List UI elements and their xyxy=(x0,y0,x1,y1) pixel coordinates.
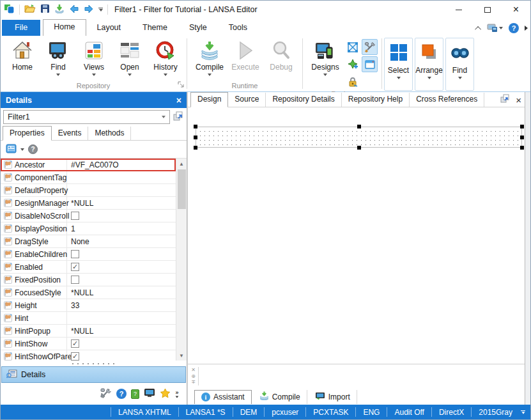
statusbar-item[interactable]: DirectX xyxy=(431,407,471,417)
categorized-list-icon[interactable] xyxy=(6,144,17,155)
dialog-launcher-icon[interactable] xyxy=(178,81,184,89)
property-row[interactable]: DragStyleNone xyxy=(1,235,176,248)
menu-tab-theme[interactable]: Theme xyxy=(132,20,178,36)
ribbon-button-views[interactable]: Views xyxy=(76,38,112,76)
checkbox[interactable] xyxy=(71,250,79,258)
property-row[interactable]: FocusedStyle*NULL xyxy=(1,286,176,299)
ribbon-button-history[interactable]: History xyxy=(148,38,183,76)
property-value[interactable] xyxy=(67,184,176,196)
details-bottom-tab[interactable]: Details xyxy=(1,366,186,383)
ribbon-button-select[interactable]: Select xyxy=(384,38,413,91)
ribbon-button-find-design[interactable]: Find xyxy=(445,38,474,91)
resize-handle[interactable] xyxy=(194,136,197,139)
property-row[interactable]: Ancestor#VF_AC007O xyxy=(1,159,176,171)
details-tab-events[interactable]: Events xyxy=(52,127,89,140)
property-row[interactable]: HintShowOfParent✓ xyxy=(1,350,176,361)
ribbon-button-home[interactable]: Home xyxy=(4,38,40,72)
minimize-button[interactable] xyxy=(444,1,473,19)
property-row[interactable]: DesignManager*NULL xyxy=(1,197,176,210)
expand-icon[interactable] xyxy=(525,26,528,31)
design-canvas[interactable] xyxy=(188,107,525,364)
checkbox[interactable]: ✓ xyxy=(71,339,79,348)
check-in-icon[interactable] xyxy=(54,4,65,15)
document-tab-design[interactable]: Design xyxy=(190,92,228,107)
save-icon[interactable] xyxy=(40,4,50,15)
help-icon[interactable]: ? xyxy=(509,23,519,33)
property-row[interactable]: DefaultProperty xyxy=(1,184,176,197)
ribbon-button-designs[interactable]: Designs xyxy=(307,38,343,76)
resize-handle[interactable] xyxy=(520,146,524,150)
close-icon[interactable]: × xyxy=(516,95,521,105)
property-value[interactable] xyxy=(67,274,176,286)
horizontal-splitter[interactable] xyxy=(1,361,187,366)
property-value[interactable]: 33 xyxy=(67,299,176,311)
menu-tab-home[interactable]: Home xyxy=(43,19,86,36)
statusbar-caret-icon[interactable] xyxy=(519,410,530,414)
checkbox[interactable]: ✓ xyxy=(71,263,79,271)
dropdown-caret-icon[interactable] xyxy=(20,148,24,151)
maximize-button[interactable] xyxy=(473,1,502,19)
resize-handle[interactable] xyxy=(520,125,524,128)
tab-assistant[interactable]: i Assistant xyxy=(194,390,252,404)
guide-book-icon[interactable]: ? xyxy=(131,389,139,399)
scroll-up-icon[interactable]: ▲ xyxy=(176,159,187,169)
component-selector[interactable]: Filter1 xyxy=(3,110,170,124)
collapse-ribbon-icon[interactable] xyxy=(475,26,481,32)
help-gray-icon[interactable]: ? xyxy=(28,144,38,154)
collapsed-panel-widget[interactable]: ✕⊕∓ xyxy=(190,367,199,385)
property-row[interactable]: Hint xyxy=(1,312,176,325)
close-icon[interactable]: × xyxy=(176,95,181,105)
resize-handle[interactable] xyxy=(357,146,361,150)
statusbar-item[interactable]: LANSA1 *S xyxy=(178,407,233,417)
property-row[interactable]: Enabled✓ xyxy=(1,261,176,274)
property-row[interactable]: DisableNoScroll xyxy=(1,210,176,222)
open-folder-icon[interactable] xyxy=(24,4,36,15)
property-value[interactable]: ✓ xyxy=(67,261,176,273)
tab-compile[interactable]: Compile xyxy=(253,390,307,404)
chevron-down-icon[interactable] xyxy=(162,116,165,118)
lock-icon[interactable] xyxy=(344,74,360,89)
vertical-scrollbar[interactable]: ▲ ▼ xyxy=(176,159,187,361)
details-tab-properties[interactable]: Properties xyxy=(3,126,52,141)
details-panel-header[interactable]: Details × xyxy=(1,92,187,108)
monitor-icon[interactable] xyxy=(487,24,503,33)
ribbon-button-compile[interactable]: Compile xyxy=(192,38,227,76)
document-tab-cross-references[interactable]: Cross References xyxy=(410,93,484,107)
scrollbar-track[interactable] xyxy=(176,209,187,350)
property-row[interactable]: HintPopup*NULL xyxy=(1,325,176,338)
property-value[interactable] xyxy=(67,312,176,324)
tab-import[interactable]: Import xyxy=(309,390,357,404)
float-window-icon[interactable] xyxy=(173,111,184,123)
back-icon[interactable] xyxy=(69,4,79,15)
statusbar-item[interactable]: Audit Off xyxy=(387,407,431,417)
statusbar-item[interactable]: DEM xyxy=(233,407,265,417)
menu-tab-style[interactable]: Style xyxy=(178,20,218,36)
resize-handle[interactable] xyxy=(194,125,197,128)
statusbar-item[interactable]: ENG xyxy=(355,407,387,417)
menu-tab-layout[interactable]: Layout xyxy=(86,20,132,36)
document-tab-source[interactable]: Source xyxy=(228,93,266,107)
property-value[interactable]: ✓ xyxy=(67,338,176,350)
dropdown-caret-icon[interactable] xyxy=(499,27,503,29)
customize-quick-access-icon[interactable] xyxy=(98,8,103,12)
property-row[interactable]: HintShow✓ xyxy=(1,338,176,350)
scrollbar-thumb[interactable] xyxy=(178,169,186,209)
property-row[interactable]: DisplayPosition1 xyxy=(1,222,176,235)
ribbon-button-find[interactable]: Find xyxy=(40,38,76,76)
property-value[interactable] xyxy=(67,248,176,260)
property-value[interactable]: *NULL xyxy=(67,325,176,337)
document-tab-repository-help[interactable]: Repository Help xyxy=(342,93,410,107)
scroll-down-icon[interactable]: ▼ xyxy=(176,350,187,361)
ribbon-button-open[interactable]: Open xyxy=(112,38,148,76)
document-tab-repository-details[interactable]: Repository Details xyxy=(266,93,341,107)
window-icon[interactable] xyxy=(362,56,378,72)
close-button[interactable]: × xyxy=(502,1,530,19)
property-value[interactable]: None xyxy=(67,235,176,247)
property-row[interactable]: ComponentTag xyxy=(1,171,176,184)
statusbar-item[interactable]: PCXTASK xyxy=(305,407,355,417)
ribbon-button-arrange[interactable]: Arrange xyxy=(415,38,443,91)
resize-handle[interactable] xyxy=(520,136,524,139)
float-window-icon[interactable] xyxy=(500,94,511,105)
menu-tab-tools[interactable]: Tools xyxy=(218,20,258,36)
property-value[interactable]: ✓ xyxy=(67,350,176,361)
